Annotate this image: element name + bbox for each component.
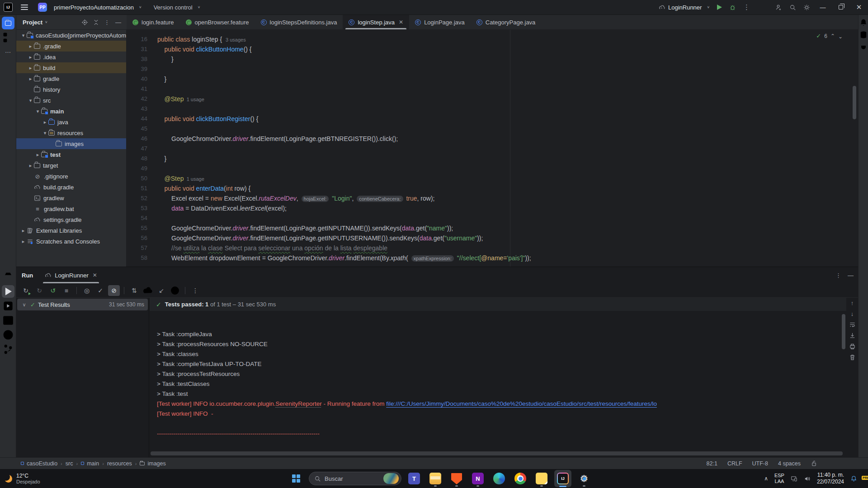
- clock-widget[interactable]: 11:40 p. m.22/07/2024: [817, 472, 844, 485]
- tree-item-history[interactable]: history: [16, 84, 126, 95]
- project-panel-title[interactable]: Project: [23, 19, 42, 26]
- collapse-all-icon[interactable]: [93, 19, 99, 26]
- structure-icon[interactable]: [2, 31, 14, 44]
- tab-loginStep.java[interactable]: CloginStep.java✕: [343, 15, 409, 29]
- code-line[interactable]: 38 }: [127, 54, 531, 64]
- code-line[interactable]: 47: [127, 144, 531, 154]
- search-everywhere-button[interactable]: [786, 1, 800, 13]
- test-history-button[interactable]: [169, 285, 181, 296]
- code-line[interactable]: 31 public void clickButtonHome() {: [127, 44, 531, 54]
- line-number[interactable]: 16: [127, 34, 147, 44]
- line-number[interactable]: 53: [127, 203, 147, 213]
- run-configuration-selector[interactable]: LoginRunner ∨: [655, 1, 713, 13]
- code-line[interactable]: 57 //se utiliza la clase Select para sel…: [127, 243, 531, 253]
- run-tab-loginrunner[interactable]: LoginRunner ✕: [43, 267, 99, 283]
- rerun-button[interactable]: ↻: [20, 285, 32, 296]
- gradle-settings-button[interactable]: [142, 285, 154, 296]
- stop-button[interactable]: ■: [61, 285, 72, 296]
- onenote-icon[interactable]: N: [469, 470, 486, 487]
- console-horizontal-scrollbar[interactable]: [151, 451, 843, 455]
- code-line[interactable]: 45: [127, 124, 531, 134]
- line-number[interactable]: 42: [127, 94, 147, 104]
- tree-chevron-icon[interactable]: ▾: [27, 98, 34, 103]
- intellij-icon[interactable]: IJ: [554, 470, 571, 487]
- line-number[interactable]: 47: [127, 144, 147, 154]
- taskbar-search[interactable]: Buscar: [309, 472, 401, 485]
- tree-chevron-icon[interactable]: ▸: [27, 163, 34, 169]
- line-number[interactable]: 54: [127, 213, 147, 223]
- unlock-icon[interactable]: [811, 460, 817, 467]
- line-number[interactable]: 45: [127, 124, 147, 134]
- hide-run-panel-icon[interactable]: —: [848, 272, 854, 279]
- line-number[interactable]: 57: [127, 243, 147, 253]
- tab-loginStepsDefinitions.java[interactable]: CloginStepsDefinitions.java: [255, 15, 343, 29]
- clear-console-icon[interactable]: [849, 354, 856, 361]
- code-line[interactable]: 39: [127, 64, 531, 74]
- soft-wrap-icon[interactable]: [849, 321, 856, 328]
- line-number[interactable]: 56: [127, 233, 147, 243]
- breadcrumb-item-images[interactable]: images: [140, 460, 165, 467]
- breadcrumb-item-main[interactable]: main: [81, 460, 99, 467]
- code-line[interactable]: 49: [127, 164, 531, 174]
- tree-chevron-icon[interactable]: ▸: [27, 65, 34, 71]
- tree-item-build.gradle[interactable]: build.gradle: [16, 182, 126, 192]
- scroll-up-icon[interactable]: ↑: [851, 300, 854, 306]
- file-explorer-icon[interactable]: [427, 470, 444, 487]
- restore-button[interactable]: [832, 0, 850, 15]
- breadcrumb-item-resources[interactable]: resources: [107, 460, 132, 467]
- tree-item-test[interactable]: ▸test: [16, 149, 126, 160]
- vcs-widget[interactable]: Version control∨: [150, 1, 204, 13]
- line-number[interactable]: 49: [127, 164, 147, 174]
- tree-item-.idea[interactable]: ▸.idea: [16, 52, 126, 62]
- notifications-icon[interactable]: [859, 18, 868, 27]
- tab-LoginPage.java[interactable]: CLoginPage.java: [409, 15, 471, 29]
- code-line[interactable]: 58 WebElement dropdownElement = GoogleCh…: [127, 253, 531, 263]
- debug-button[interactable]: [726, 1, 740, 13]
- filter-tests-button[interactable]: ◎: [81, 285, 93, 296]
- project-widget[interactable]: primerProyectoAutomatizacion∨: [50, 1, 146, 13]
- breadcrumb-item-casoEstudio[interactable]: casoEstudio: [21, 460, 57, 467]
- code-line[interactable]: 48 }: [127, 154, 531, 164]
- more-actions-button[interactable]: ⋮: [740, 1, 754, 13]
- tree-item-Scratches and Consoles[interactable]: ▸Scratches and Consoles: [16, 236, 126, 247]
- run-panel-title[interactable]: Run: [22, 272, 33, 279]
- more-tools-icon[interactable]: ⋯: [2, 46, 14, 58]
- chrome-icon[interactable]: [512, 470, 529, 487]
- line-number[interactable]: 55: [127, 223, 147, 233]
- hide-panel-icon[interactable]: —: [115, 19, 121, 26]
- tree-chevron-icon[interactable]: ▾: [20, 33, 27, 38]
- tree-chevron-icon[interactable]: ▸: [27, 43, 34, 49]
- line-number[interactable]: 43: [127, 104, 147, 114]
- tree-item-images[interactable]: images: [16, 138, 126, 149]
- breadcrumb[interactable]: casoEstudio›src›main›resources›images: [21, 460, 166, 467]
- code-line[interactable]: 52 Excel excel = new Excel(Excel.rutaExc…: [127, 193, 531, 203]
- line-number[interactable]: 50: [127, 174, 147, 183]
- problems-icon[interactable]: [2, 328, 14, 341]
- start-button[interactable]: [288, 470, 305, 487]
- tree-item-target[interactable]: ▸target: [16, 160, 126, 171]
- line-number[interactable]: 51: [127, 183, 147, 193]
- code-line[interactable]: 41: [127, 84, 531, 94]
- main-menu-icon[interactable]: [21, 5, 28, 10]
- notification-bell-icon[interactable]: [850, 475, 857, 482]
- run-console[interactable]: ✓ Tests passed: 1 of 1 test – 31 sec 530…: [150, 298, 846, 457]
- indent-style[interactable]: 4 spaces: [778, 460, 801, 467]
- test-results-row[interactable]: ∨ ✓ Test Results 31 sec 530 ms: [17, 299, 148, 310]
- close-icon[interactable]: ✕: [93, 272, 97, 278]
- language-indicator[interactable]: ESPLAA: [774, 473, 784, 484]
- chevron-down-icon[interactable]: ∨: [21, 302, 28, 308]
- tree-chevron-icon[interactable]: ▸: [42, 119, 48, 125]
- edge-icon[interactable]: [491, 470, 508, 487]
- code-line[interactable]: 40 }: [127, 74, 531, 84]
- close-icon[interactable]: ✕: [399, 19, 403, 25]
- show-passed-button[interactable]: ✓: [94, 285, 106, 296]
- weather-widget[interactable]: 12°CDespejado: [5, 473, 72, 485]
- minimize-button[interactable]: —: [814, 0, 832, 15]
- line-number[interactable]: 39: [127, 64, 147, 74]
- sticky-notes-icon[interactable]: [533, 470, 550, 487]
- inspections-widget[interactable]: ✓ 6 ⌃ ⌃: [816, 33, 843, 39]
- scroll-down-icon[interactable]: ↓: [851, 310, 854, 317]
- line-number[interactable]: 48: [127, 154, 147, 164]
- line-number[interactable]: 40: [127, 74, 147, 84]
- console-link[interactable]: file:///C:/Users/Jimmy/Documents/caso%20…: [386, 400, 657, 407]
